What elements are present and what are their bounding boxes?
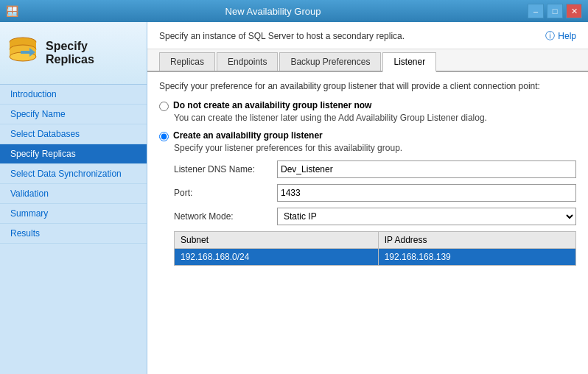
- radio-option-no-listener: Do not create an availability group list…: [159, 100, 576, 123]
- network-mode-label: Network Mode:: [174, 211, 277, 222]
- subnet-cell: 192.168.168.0/24: [175, 249, 379, 266]
- sidebar-item-introduction[interactable]: Introduction: [0, 85, 147, 105]
- content-description: Specify an instance of SQL Server to hos…: [159, 31, 405, 41]
- tab-replicas[interactable]: Replicas: [159, 52, 215, 71]
- sidebar-nav: Introduction Specify Name Select Databas…: [0, 85, 147, 374]
- dns-name-row: Listener DNS Name:: [174, 160, 576, 178]
- title-bar-icon: 🪟: [6, 5, 18, 17]
- sidebar-title: Specify Replicas: [46, 40, 139, 66]
- sidebar-item-specify-name[interactable]: Specify Name: [0, 105, 147, 124]
- radio-no-listener-input[interactable]: [159, 102, 169, 111]
- main-layout: Specify Replicas Introduction Specify Na…: [0, 22, 588, 374]
- radio-create-listener-input[interactable]: [159, 132, 169, 141]
- content-area: Specify an instance of SQL Server to hos…: [147, 22, 588, 374]
- dns-name-input[interactable]: [277, 160, 576, 178]
- sidebar: Specify Replicas Introduction Specify Na…: [0, 22, 147, 374]
- create-listener-text: Create an availability group listener: [173, 130, 323, 141]
- title-bar: 🪟 New Availability Group – □ ✕: [0, 0, 588, 22]
- listener-form-section: Listener DNS Name: Port: Network Mode: S…: [174, 160, 576, 266]
- sidebar-db-icon: [7, 35, 38, 71]
- subnet-table: Subnet IP Address 192.168.168.0/24 192.1…: [174, 231, 576, 266]
- sidebar-header: Specify Replicas: [0, 22, 147, 85]
- help-link[interactable]: ⓘ Help: [545, 29, 576, 43]
- help-label: Help: [558, 31, 576, 41]
- sidebar-item-summary[interactable]: Summary: [0, 204, 147, 224]
- subnet-col-header: Subnet: [175, 232, 379, 249]
- sidebar-item-select-databases[interactable]: Select Databases: [0, 124, 147, 144]
- create-listener-subtext: Specify your listener preferences for th…: [174, 143, 576, 153]
- sidebar-item-select-data-synchronization[interactable]: Select Data Synchronization: [0, 164, 147, 184]
- radio-no-listener-label[interactable]: Do not create an availability group list…: [159, 100, 576, 111]
- radio-create-listener-label[interactable]: Create an availability group listener: [159, 130, 576, 141]
- title-bar-controls: – □ ✕: [528, 4, 582, 18]
- port-label: Port:: [174, 188, 277, 198]
- listener-tab-content: Specify your preference for an availabil…: [147, 72, 588, 374]
- title-bar-title: New Availability Group: [18, 6, 528, 17]
- network-mode-row: Network Mode: Static IP DHCP: [174, 208, 576, 225]
- table-row[interactable]: 192.168.168.0/24 192.168.168.139: [175, 249, 576, 266]
- listener-section-description: Specify your preference for an availabil…: [159, 81, 576, 91]
- content-header: Specify an instance of SQL Server to hos…: [147, 22, 588, 49]
- radio-option-create-listener: Create an availability group listener Sp…: [159, 130, 576, 153]
- sidebar-item-validation[interactable]: Validation: [0, 184, 147, 204]
- no-listener-subtext: You can create the listener later using …: [174, 113, 576, 123]
- port-input[interactable]: [277, 184, 576, 202]
- no-listener-text: Do not create an availability group list…: [173, 100, 371, 110]
- sidebar-item-specify-replicas[interactable]: Specify Replicas: [0, 144, 147, 164]
- tab-backup-preferences[interactable]: Backup Preferences: [279, 52, 381, 71]
- ip-address-col-header: IP Address: [378, 232, 575, 249]
- subnet-table-header-row: Subnet IP Address: [175, 232, 576, 249]
- svg-rect-6: [21, 51, 29, 54]
- port-row: Port:: [174, 184, 576, 202]
- tab-endpoints[interactable]: Endpoints: [217, 52, 278, 71]
- maximize-button[interactable]: □: [547, 4, 563, 18]
- tab-listener[interactable]: Listener: [382, 52, 436, 72]
- help-icon: ⓘ: [545, 29, 555, 43]
- ip-address-cell: 192.168.168.139: [378, 249, 575, 266]
- dns-name-label: Listener DNS Name:: [174, 164, 277, 174]
- sidebar-item-results[interactable]: Results: [0, 224, 147, 244]
- network-mode-select[interactable]: Static IP DHCP: [277, 208, 576, 225]
- tabs-bar: Replicas Endpoints Backup Preferences Li…: [147, 49, 588, 72]
- minimize-button[interactable]: –: [528, 4, 544, 18]
- close-button[interactable]: ✕: [566, 4, 582, 18]
